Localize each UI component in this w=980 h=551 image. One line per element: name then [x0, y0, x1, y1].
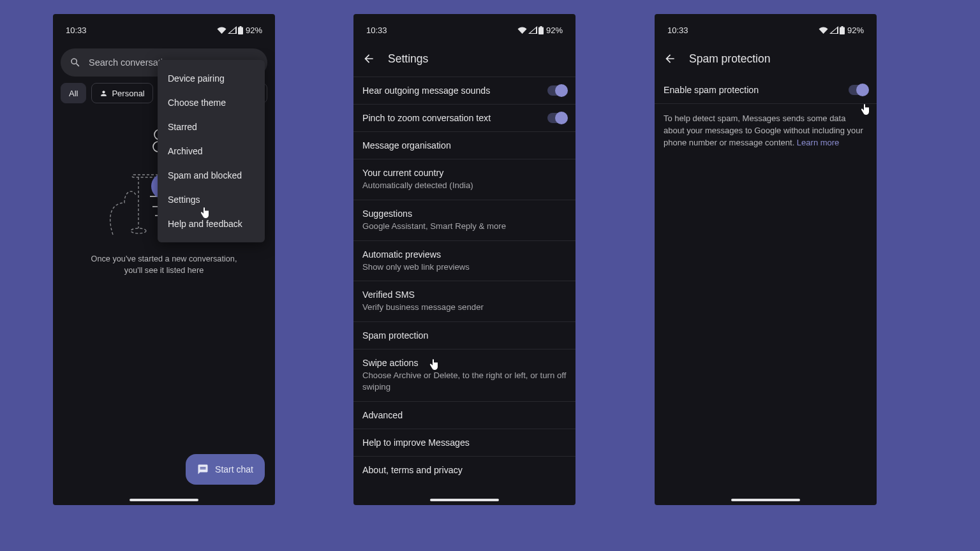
status-bar: 10:33 92%	[53, 19, 275, 41]
svg-rect-8	[538, 27, 544, 34]
menu-spam-blocked[interactable]: Spam and blocked	[158, 163, 265, 187]
wifi-icon	[517, 26, 527, 34]
nav-indicator	[130, 499, 198, 501]
row-about[interactable]: About, terms and privacy	[353, 457, 575, 483]
spam-description: To help detect spam, Messages sends some…	[655, 104, 877, 158]
phone-screen-home: 10:33 92% Search conversations All Perso…	[53, 14, 275, 505]
battery-percent: 92%	[246, 26, 262, 35]
toggle-outgoing-sounds[interactable]	[547, 85, 567, 96]
toggle-pinch-zoom[interactable]	[547, 113, 567, 123]
row-swipe-actions[interactable]: Swipe actionsChoose Archive or Delete, t…	[353, 349, 575, 402]
menu-archived[interactable]: Archived	[158, 139, 265, 163]
battery-icon	[840, 26, 845, 34]
row-enable-spam[interactable]: Enable spam protection	[655, 77, 877, 104]
signal-icon	[829, 26, 838, 34]
signal-icon	[528, 26, 537, 34]
row-help-improve[interactable]: Help to improve Messages	[353, 429, 575, 457]
settings-list: Hear outgoing message sounds Pinch to zo…	[353, 77, 575, 483]
row-advanced[interactable]: Advanced	[353, 402, 575, 429]
row-suggestions[interactable]: SuggestionsGoogle Assistant, Smart Reply…	[353, 200, 575, 241]
battery-percent: 92%	[847, 26, 864, 35]
row-message-org[interactable]: Message organisation	[353, 132, 575, 159]
status-icons: 92%	[217, 26, 262, 35]
page-title: Settings	[388, 52, 428, 66]
chip-all[interactable]: All	[61, 83, 86, 103]
row-pinch-zoom[interactable]: Pinch to zoom conversation text	[353, 105, 575, 132]
learn-more-link[interactable]: Learn more	[797, 138, 839, 147]
phone-screen-settings: 10:33 92% Settings Hear outgoing message…	[353, 14, 575, 505]
spam-appbar: Spam protection	[655, 41, 877, 77]
svg-rect-0	[238, 27, 243, 34]
start-chat-button[interactable]: Start chat	[186, 454, 265, 485]
row-auto-previews[interactable]: Automatic previewsShow only web link pre…	[353, 241, 575, 282]
status-time: 10:33	[66, 26, 87, 35]
back-arrow-icon[interactable]	[362, 52, 375, 65]
phone-screen-spam-protection: 10:33 92% Spam protection Enable spam pr…	[655, 14, 877, 505]
nav-indicator	[731, 499, 800, 501]
search-icon	[70, 57, 81, 68]
back-arrow-icon[interactable]	[664, 52, 676, 65]
chat-icon	[197, 464, 209, 475]
battery-icon	[238, 26, 243, 34]
status-icons: 92%	[819, 26, 864, 35]
svg-rect-9	[540, 26, 542, 27]
pointer-cursor-icon	[429, 358, 442, 371]
row-verified-sms[interactable]: Verified SMSVerify business message send…	[353, 281, 575, 322]
signal-icon	[228, 26, 237, 34]
pointer-cursor-icon	[860, 103, 873, 116]
status-time: 10:33	[667, 26, 688, 35]
wifi-icon	[819, 26, 828, 34]
settings-appbar: Settings	[353, 41, 575, 77]
svg-rect-1	[239, 26, 241, 27]
battery-icon	[538, 26, 544, 34]
svg-rect-10	[840, 27, 845, 34]
svg-point-3	[131, 228, 146, 233]
menu-device-pairing[interactable]: Device pairing	[158, 66, 265, 91]
wifi-icon	[217, 26, 226, 34]
toggle-enable-spam[interactable]	[849, 85, 868, 95]
menu-starred[interactable]: Starred	[158, 115, 265, 139]
empty-state-text: Once you've started a new conversation, …	[53, 254, 275, 277]
status-icons: 92%	[517, 26, 563, 35]
row-outgoing-sounds[interactable]: Hear outgoing message sounds	[353, 77, 575, 105]
chip-personal[interactable]: Personal	[91, 83, 152, 103]
status-bar: 10:33 92%	[655, 19, 877, 41]
row-country[interactable]: Your current countryAutomatically detect…	[353, 159, 575, 200]
person-icon	[100, 89, 108, 98]
page-title: Spam protection	[689, 52, 770, 66]
status-time: 10:33	[366, 26, 387, 35]
pointer-cursor-icon	[200, 207, 212, 219]
row-spam-protection[interactable]: Spam protection	[353, 322, 575, 349]
status-bar: 10:33 92%	[353, 19, 575, 41]
svg-rect-11	[841, 26, 843, 27]
menu-choose-theme[interactable]: Choose theme	[158, 91, 265, 115]
nav-indicator	[430, 499, 499, 501]
battery-percent: 92%	[546, 26, 563, 35]
